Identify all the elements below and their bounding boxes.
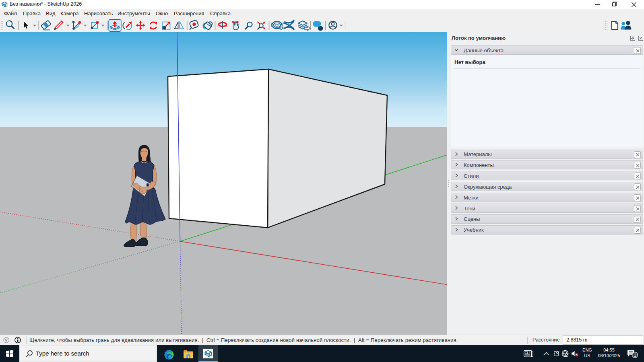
svg-text:1: 1 bbox=[634, 353, 636, 358]
